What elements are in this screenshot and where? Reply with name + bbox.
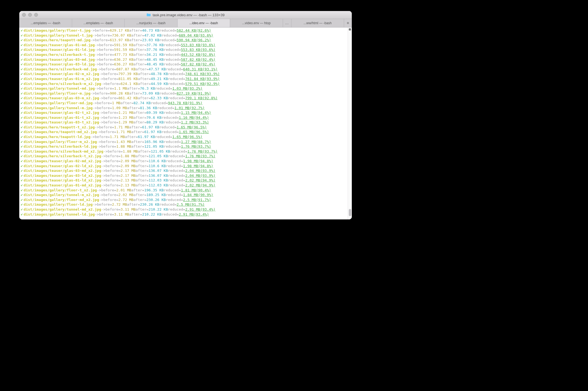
reduced-label: reduced= [168,76,185,81]
reduced-label: reduced= [164,43,181,48]
after-label: after= [134,120,146,125]
folder-icon [146,13,151,16]
before-label: before= [99,86,114,91]
tab-1[interactable]: ...emplates — -bash [72,19,125,27]
reduced-value: 1.98 MB(94.8%) [183,159,213,164]
file-path: dist/images/gallery/floor-t.jpg [24,28,91,33]
tab-2[interactable]: ...nunjucks — -bash [125,19,178,27]
reduced-label: reduced= [162,115,179,120]
check-icon: ✔ [20,164,24,169]
after-value: 136.07 KB [149,173,168,178]
check-icon: ✔ [20,28,24,33]
before-label: before= [101,130,116,134]
check-icon: ✔ [20,183,24,188]
after-label: after= [129,212,142,217]
arrow-icon: -> [99,76,104,81]
reduced-label: reduced= [162,33,179,38]
check-icon: ✔ [20,212,24,217]
close-dot[interactable] [22,13,26,17]
after-label: after= [127,86,140,91]
after-label: after= [134,57,146,62]
before-value: 1.09 MB [112,106,127,111]
output-line: ✔ dist/images/teaser/glas-01-md.jpg -> b… [20,43,347,48]
reduced-value: 799.1 KB(92.8%) [185,96,217,101]
before-label: before= [101,188,116,193]
check-icon: ✔ [20,101,24,106]
file-path: dist/images/teaser/glas-01-md_x2.jpg [24,183,101,188]
scrollbar[interactable] [348,27,352,219]
output-line: ✔ dist/images/gallery/tunnel-md.jpg -> b… [20,86,347,91]
check-icon: ✔ [20,106,24,111]
file-path: dist/images/hero/silverback-t_x2.jpg [24,154,101,159]
file-path: dist/images/gallery/floor-md.jpg [24,101,92,106]
tab-5[interactable]: ...ww/html — -bash [292,19,344,27]
reduced-value: 553.83 KB(93.6%) [181,47,215,52]
reduced-label: reduced= [164,188,181,193]
arrow-icon: -> [92,106,97,111]
after-label: after= [136,159,149,164]
check-icon: ✔ [20,110,24,115]
before-value: 861.42 KB [118,96,138,101]
after-value: 49.21 KB [151,76,168,81]
after-label: after= [134,110,146,115]
output-line: ✔ dist/images/teaser/glas-01-ld.jpg -> b… [20,47,347,52]
after-label: after= [129,91,142,96]
arrow-icon: -> [90,91,95,96]
after-value: 121.05 KB [151,149,170,154]
output-line: ✔ dist/images/gallery/floor-md.jpg -> be… [20,101,347,106]
before-label: before= [99,47,114,52]
check-icon: ✔ [20,67,24,72]
reduced-value: 443.52 KB(92.8%) [181,52,215,57]
tab-4[interactable]: ...video.env — htop [230,19,283,27]
file-path: dist/images/hero/teapott-t_x2.jpg [24,125,95,130]
tab-overflow[interactable]: ... [283,19,292,27]
tab-3[interactable]: ...ideo.env — -bash [178,19,230,27]
tab-0[interactable]: ...emplates — -bash [19,19,72,27]
titlebar[interactable]: task.pre.image.video.env — -bash — 133×3… [19,11,352,19]
file-path: dist/images/teaser/glas-03-md_x2.jpg [24,168,101,173]
reduced-value: 1.65 MB(96.5%) [177,125,207,130]
reduced-value: 748.61 KB(93.9%) [185,71,220,76]
file-path: dist/images/hero/silverback-t.jpg [24,52,95,57]
reduced-label: reduced= [164,62,181,67]
after-value: 230.26 KB [140,202,159,207]
reduced-value: 2.5 MB(91.7%) [183,197,211,202]
output-line: ✔ dist/images/hero/silverback-md.jpg -> … [20,67,347,72]
minimize-dot[interactable] [28,13,32,17]
output-line: ✔ dist/images/hero/teapott-ld.jpg -> bef… [20,134,347,139]
file-path: dist/images/teaser/glas-03-t_x2.jpg [24,120,99,125]
before-label: before= [99,52,114,57]
reduced-label: reduced= [166,67,183,72]
after-label: after= [134,192,146,197]
reduced-value: 1.01 MB(92.7%) [175,106,205,111]
before-value: 1.1 MB [114,86,127,91]
arrow-icon: -> [97,130,101,134]
scrollbar-thumb[interactable] [349,209,351,216]
after-label: after= [131,188,144,193]
check-icon: ✔ [20,168,24,173]
file-path: dist/images/gallery/floor-md_x2.jpg [24,197,99,202]
reduced-label: reduced= [164,139,181,144]
reduced-value: 587.82 KB(92.4%) [181,62,215,67]
before-label: before= [101,67,116,72]
file-path: dist/images/hero/teapott-md_x2.jpg [24,130,97,134]
terminal-output[interactable]: ✔ dist/images/gallery/floor-t.jpg -> bef… [19,27,348,219]
arrow-icon: -> [95,57,99,62]
arrow-icon: -> [101,81,106,86]
file-path: dist/images/teaser/glas-03-ld_x2.jpg [24,173,101,178]
new-tab-button[interactable]: + [344,19,352,27]
file-path: dist/images/teaser/glas-01-m_x2.jpg [24,76,99,81]
file-path: dist/images/hero/silverback-ld.jpg [24,144,97,149]
reduced-label: reduced= [168,81,185,86]
after-label: after= [134,47,146,52]
before-label: before= [105,81,121,86]
after-label: after= [138,76,151,81]
reduced-label: reduced= [166,164,183,169]
after-label: after= [136,168,149,173]
after-value: 47.02 KB [144,33,162,38]
zoom-dot[interactable] [34,13,38,17]
output-line: ✔ dist/images/gallery/tunnel-t.jpg -> be… [20,33,347,38]
file-path: dist/images/teaser/glas-03-m_x2.jpg [24,96,99,101]
file-path: dist/images/teaser/glas-02-t_x2.jpg [24,110,99,115]
reduced-value: 761.84 KB(93.9%) [185,76,220,81]
